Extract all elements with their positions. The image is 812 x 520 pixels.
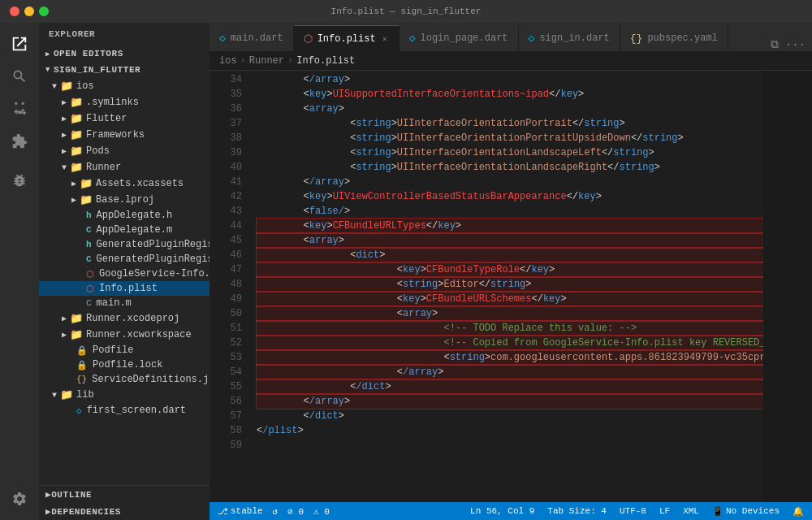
- tree-item-genplugin-h[interactable]: h GeneratedPluginRegistra...: [39, 237, 209, 252]
- activity-explorer[interactable]: [5, 29, 34, 58]
- chevron-right-icon: ▶: [71, 195, 76, 205]
- split-editor-icon[interactable]: ⧉: [771, 38, 779, 51]
- tab-close-icon[interactable]: ✕: [381, 33, 389, 45]
- traffic-lights: [10, 6, 49, 16]
- tree-item-flutter[interactable]: ▶ 📁 Flutter: [39, 110, 209, 127]
- bell-icon: 🔔: [793, 506, 804, 517]
- tree-item-xcodeproj[interactable]: ▶ 📁 Runner.xcodeproj: [39, 310, 209, 327]
- code-line-59: [257, 438, 763, 453]
- sidebar-bottom: ▶ Outline ▶ Dependencies: [39, 485, 209, 520]
- position-status[interactable]: Ln 56, Col 9: [469, 506, 536, 516]
- code-line-51: <!-- TODO Replace this value: -->: [257, 321, 763, 336]
- language-status[interactable]: XML: [681, 506, 701, 516]
- chevron-right-icon: ▶: [62, 314, 67, 323]
- tree-item-googleservice[interactable]: ⬡ GoogleService-Info.plist: [39, 266, 209, 281]
- code-content[interactable]: </array> <key>UISupportedInterfaceOrient…: [250, 71, 763, 502]
- code-line-52: <!-- Copied from GoogleService-Info.plis…: [257, 336, 763, 350]
- tree-item-podfile-lock[interactable]: 🔒 Podfile.lock: [39, 358, 209, 372]
- close-button[interactable]: [10, 6, 19, 16]
- folder-icon: 📁: [80, 193, 93, 206]
- activity-extensions[interactable]: [5, 127, 34, 156]
- m-file-icon: C: [86, 298, 92, 308]
- activity-source-control[interactable]: [5, 94, 34, 124]
- code-line-35: <key>UISupportedInterfaceOrientations~ip…: [257, 87, 763, 102]
- chevron-down-icon: ▼: [62, 163, 67, 172]
- errors-status[interactable]: ⊘ 0: [286, 506, 305, 517]
- activity-debug[interactable]: [5, 166, 34, 195]
- code-line-45: <array>: [257, 233, 763, 248]
- tab-main-dart[interactable]: ◇ main.dart: [209, 25, 294, 51]
- line-ending-status[interactable]: LF: [658, 506, 672, 516]
- code-line-50: <array>: [257, 306, 763, 321]
- breadcrumb-ios[interactable]: ios: [219, 55, 237, 67]
- tree-item-servicedefs[interactable]: {} ServiceDefinitions.json: [39, 372, 209, 387]
- tree-item-frameworks[interactable]: ▶ 📁 Frameworks: [39, 127, 209, 143]
- tree-item-firstscreen[interactable]: ◇ first_screen.dart: [39, 403, 209, 418]
- code-line-41: </array>: [257, 175, 763, 189]
- code-line-49: <key>CFBundleURLSchemes</key>: [257, 292, 763, 306]
- tab-login-page[interactable]: ◇ login_page.dart: [400, 25, 519, 51]
- warnings-status[interactable]: ⚠ 0: [312, 506, 331, 517]
- minimize-button[interactable]: [24, 6, 34, 16]
- tree-item-assets[interactable]: ▶ 📁 Assets.xcassets: [39, 176, 209, 192]
- open-editors-header[interactable]: ▶ Open Editors: [39, 46, 209, 62]
- sync-icon: ↺: [273, 506, 279, 517]
- activity-bar-bottom: [5, 484, 34, 520]
- folder-icon: 📁: [60, 388, 73, 401]
- tree-item-base[interactable]: ▶ 📁 Base.lproj: [39, 192, 209, 208]
- more-tabs-icon[interactable]: ···: [785, 38, 806, 51]
- activity-settings[interactable]: [5, 484, 34, 514]
- activity-search[interactable]: [5, 62, 34, 91]
- tab-info-plist[interactable]: ⬡ Info.plist ✕: [294, 25, 400, 51]
- tree-item-appdelegate-m[interactable]: C AppDelegate.m: [39, 223, 209, 237]
- no-devices-status[interactable]: 📱 No Devices: [710, 506, 781, 517]
- project-header[interactable]: ▼ SIGN_IN_FLUTTER: [39, 62, 209, 78]
- tree-item-runner[interactable]: ▼ 📁 Runner: [39, 159, 209, 176]
- chevron-right-icon: ▶: [62, 146, 67, 156]
- tree-item-symlinks[interactable]: ▶ 📁 .symlinks: [39, 94, 209, 110]
- branch-status[interactable]: ⎇ stable: [216, 506, 265, 517]
- yaml-tab-icon: {}: [630, 32, 643, 45]
- tab-sign-in[interactable]: ◇ sign_in.dart: [519, 25, 620, 51]
- tree-item-pods[interactable]: ▶ 📁 Pods: [39, 143, 209, 159]
- folder-icon: 📁: [60, 80, 73, 93]
- tabsize-status[interactable]: Tab Size: 4: [546, 506, 608, 516]
- maximize-button[interactable]: [39, 6, 49, 16]
- tree-item-ios[interactable]: ▼ 📁 ios: [39, 78, 209, 94]
- code-line-58: </plist>: [257, 423, 763, 438]
- code-editor[interactable]: 3435363738394041424344454647484950515253…: [209, 71, 812, 502]
- tree-item-podfile[interactable]: 🔒 Podfile: [39, 343, 209, 358]
- minimap: [763, 71, 812, 502]
- tree-item-genplugin-m[interactable]: C GeneratedPluginRegistra...: [39, 252, 209, 266]
- dependencies-section[interactable]: ▶ Dependencies: [39, 503, 209, 520]
- tree-item-xcworkspace[interactable]: ▶ 📁 Runner.xcworkspace: [39, 327, 209, 343]
- code-line-54: </array>: [257, 365, 763, 379]
- sync-status[interactable]: ↺: [271, 506, 280, 517]
- project-section: ▼ SIGN_IN_FLUTTER ▼ 📁 ios ▶ 📁 .symlinks …: [39, 62, 209, 418]
- line-ending-label: LF: [659, 506, 670, 516]
- code-line-46: <dict>: [257, 248, 763, 262]
- tab-pubspec[interactable]: {} pubspec.yaml: [620, 25, 728, 51]
- tree-item-lib[interactable]: ▼ 📁 lib: [39, 387, 209, 403]
- lock-icon: 🔒: [76, 345, 88, 356]
- chevron-right-icon: ▶: [71, 179, 76, 188]
- editor-area: ◇ main.dart ⬡ Info.plist ✕ ◇ login_page.…: [209, 23, 812, 520]
- outline-section[interactable]: ▶ Outline: [39, 486, 209, 503]
- breadcrumb-runner[interactable]: Runner: [249, 55, 284, 67]
- breadcrumb-infoplist[interactable]: Info.plist: [296, 55, 355, 67]
- json-icon: {}: [76, 375, 87, 384]
- code-line-37: <string>UIInterfaceOrientationPortrait</…: [257, 116, 763, 131]
- bell-status[interactable]: 🔔: [791, 506, 806, 517]
- title-bar: Info.plist — sign_in_flutter: [0, 0, 812, 23]
- tree-item-appdelegate-h[interactable]: h AppDelegate.h: [39, 208, 209, 223]
- tab-actions: ⧉ ···: [771, 38, 812, 51]
- sidebar: Explorer ▶ Open Editors ▼ SIGN_IN_FLUTTE…: [39, 23, 209, 520]
- chevron-right-icon: ▶: [62, 330, 67, 340]
- tree-item-main-m[interactable]: C main.m: [39, 296, 209, 310]
- folder-icon: 📁: [70, 112, 83, 125]
- tree-item-infoplist[interactable]: ⬡ Info.plist: [39, 281, 209, 296]
- warnings-label: ⚠ 0: [313, 506, 330, 517]
- encoding-status[interactable]: UTF-8: [618, 506, 648, 516]
- code-line-48: <string>Editor</string>: [257, 277, 763, 292]
- chevron-down-icon: ▼: [52, 391, 57, 400]
